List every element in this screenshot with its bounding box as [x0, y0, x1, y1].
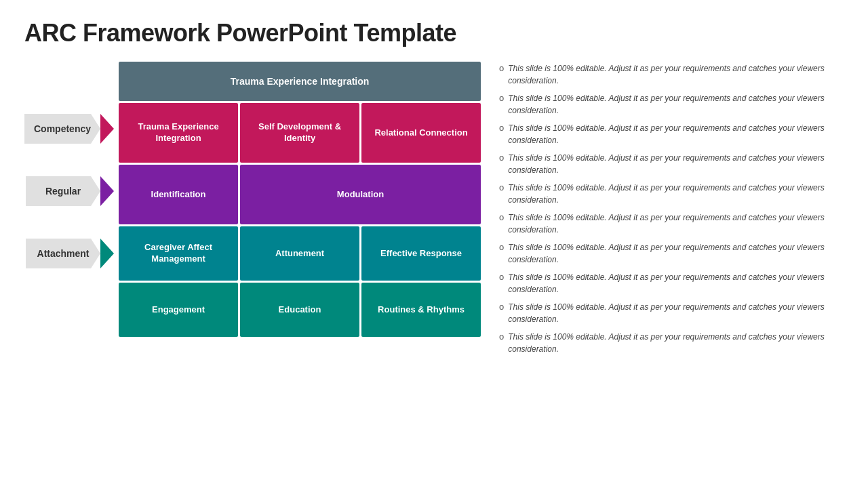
- note-bullet-icon: o: [499, 212, 504, 222]
- note-item: oThis slide is 100% editable. Adjust it …: [499, 182, 844, 206]
- regular-label-row: Regular: [24, 161, 114, 221]
- attachment-label: Attachment: [26, 239, 100, 268]
- cell-caregiver: Caregiver Affect Management: [119, 226, 238, 281]
- note-text: This slide is 100% editable. Adjust it a…: [508, 62, 844, 87]
- cell-identification: Identification: [119, 165, 238, 224]
- note-item: oThis slide is 100% editable. Adjust it …: [499, 271, 844, 296]
- cell-effective: Effective Response: [361, 226, 481, 281]
- note-item: oThis slide is 100% editable. Adjust it …: [499, 301, 844, 325]
- note-text: This slide is 100% editable. Adjust it a…: [508, 241, 844, 266]
- note-item: oThis slide is 100% editable. Adjust it …: [499, 331, 844, 355]
- content-area: Competency Regular: [24, 60, 844, 474]
- note-bullet-icon: o: [499, 242, 504, 252]
- cell-engagement: Engagement: [119, 283, 238, 337]
- regular-label: Regular: [26, 176, 100, 206]
- cell-self-dev: Self Development & Identity: [240, 103, 359, 163]
- note-text: This slide is 100% editable. Adjust it a…: [508, 211, 844, 236]
- note-bullet-icon: o: [499, 272, 504, 282]
- regular-label-box: Regular: [26, 176, 114, 206]
- note-text: This slide is 100% editable. Adjust it a…: [508, 331, 844, 355]
- note-item: oThis slide is 100% editable. Adjust it …: [499, 211, 844, 236]
- note-bullet-icon: o: [499, 152, 504, 163]
- competency-label-row: Competency: [24, 99, 114, 159]
- table-row-teal-light: Engagement Education Routines & Rhythms: [119, 283, 481, 337]
- note-bullet-icon: o: [499, 182, 504, 192]
- framework-table: Trauma Experience Integration Trauma Exp…: [117, 60, 483, 339]
- competency-label: Competency: [24, 114, 100, 144]
- table-header-row: Trauma Experience Integration: [119, 62, 481, 101]
- note-item: oThis slide is 100% editable. Adjust it …: [499, 62, 844, 87]
- note-text: This slide is 100% editable. Adjust it a…: [508, 152, 844, 176]
- regular-arrow: [100, 176, 114, 206]
- diagram-area: Competency Regular: [24, 60, 483, 474]
- cell-education: Education: [240, 283, 359, 337]
- note-item: oThis slide is 100% editable. Adjust it …: [499, 241, 844, 266]
- note-item: oThis slide is 100% editable. Adjust it …: [499, 92, 844, 117]
- notes-area: oThis slide is 100% editable. Adjust it …: [499, 60, 844, 474]
- label-spacer: [24, 60, 114, 99]
- labels-column: Competency Regular: [24, 60, 114, 342]
- note-item: oThis slide is 100% editable. Adjust it …: [499, 152, 844, 176]
- note-bullet-icon: o: [499, 302, 504, 312]
- note-text: This slide is 100% editable. Adjust it a…: [508, 122, 844, 146]
- note-bullet-icon: o: [499, 63, 504, 73]
- cell-attunement: Attunement: [240, 226, 359, 281]
- note-text: This slide is 100% editable. Adjust it a…: [508, 182, 844, 206]
- note-item: oThis slide is 100% editable. Adjust it …: [499, 122, 844, 146]
- note-bullet-icon: o: [499, 123, 504, 133]
- attachment-label-box: Attachment: [26, 239, 114, 268]
- attachment-label-row: Attachment: [24, 224, 114, 338]
- header-cell: Trauma Experience Integration: [119, 62, 481, 101]
- note-bullet-icon: o: [499, 93, 504, 103]
- competency-label-box: Competency: [24, 114, 114, 144]
- cell-trauma-ei: Trauma Experience Integration: [119, 103, 238, 163]
- table-row-pink: Trauma Experience Integration Self Devel…: [119, 103, 481, 163]
- attachment-arrow: [100, 239, 114, 268]
- competency-arrow: [100, 114, 114, 144]
- cell-routines: Routines & Rhythms: [361, 283, 481, 337]
- page-title: ARC Framework PowerPoint Template: [24, 19, 844, 47]
- cell-relational: Relational Connection: [361, 103, 481, 163]
- note-bullet-icon: o: [499, 331, 504, 342]
- cell-modulation: Modulation: [240, 165, 481, 224]
- note-text: This slide is 100% editable. Adjust it a…: [508, 271, 844, 296]
- table-row-purple: Identification Modulation: [119, 165, 481, 224]
- page: ARC Framework PowerPoint Template Compet…: [0, 0, 868, 488]
- note-text: This slide is 100% editable. Adjust it a…: [508, 301, 844, 325]
- note-text: This slide is 100% editable. Adjust it a…: [508, 92, 844, 117]
- table-row-teal-dark: Caregiver Affect Management Attunement E…: [119, 226, 481, 281]
